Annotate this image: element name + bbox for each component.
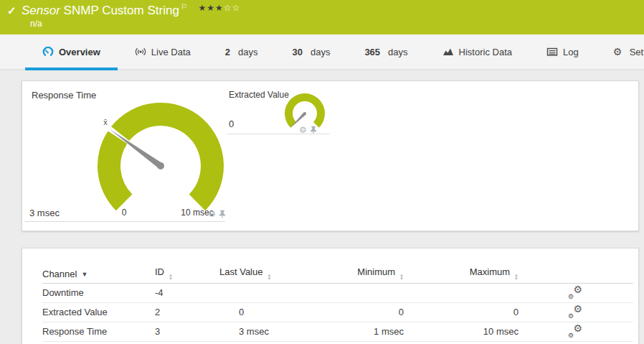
tab-label: days (388, 47, 407, 57)
column-header-id[interactable]: ID▲▼ (155, 265, 219, 283)
channel-settings-icon[interactable]: ⚙⚙ (568, 324, 584, 337)
gauge-settings-gear-icon[interactable]: ⚙ (208, 210, 216, 218)
tab-log[interactable]: Log (529, 34, 596, 69)
tab-label: Log (563, 47, 579, 57)
star-empty-icon[interactable]: ☆ (232, 3, 241, 13)
tab-2-days[interactable]: 2 days (208, 34, 275, 69)
tab-label: Overview (59, 47, 100, 57)
sensor-header: ✓ Sensor SNMP Custom String⚐ ★★★☆☆ n/a (0, 0, 644, 34)
star-empty-icon[interactable]: ☆ (224, 3, 232, 13)
page-title: Sensor SNMP Custom String⚐ ★★★☆☆ (22, 2, 240, 18)
widget-divider (24, 221, 225, 222)
log-icon (546, 46, 558, 57)
sensor-status: n/a (30, 19, 42, 29)
star-filled-icon[interactable]: ★ (215, 3, 224, 13)
tab-settings[interactable]: ⚙ Settings (596, 34, 644, 69)
tab-365-days[interactable]: 365 days (347, 34, 425, 69)
check-icon: ✓ (7, 4, 16, 17)
cell-minimum (327, 283, 404, 302)
star-filled-icon[interactable]: ★ (207, 3, 215, 13)
gauge-icon (42, 46, 54, 57)
column-header-last-value[interactable]: Last Value▲▼ (219, 265, 327, 283)
tab-historic-data[interactable]: Historic Data (425, 34, 529, 69)
cell-last-value: 3 msec (219, 322, 327, 341)
gauges-panel: Response Time x̄ 0 10 msec 3 msec ⚙ Ex (22, 80, 639, 231)
tab-number: 365 (364, 47, 380, 57)
column-header-actions (518, 265, 633, 283)
gauge-pin-icon[interactable] (219, 210, 226, 218)
flag-icon[interactable]: ⚐ (181, 2, 188, 11)
cell-maximum (404, 283, 518, 302)
tab-label: days (311, 47, 330, 57)
tab-overview[interactable]: Overview (25, 34, 118, 69)
area-chart-icon (442, 46, 454, 57)
tab-label: Live Data (151, 47, 191, 57)
cell-id: 3 (155, 322, 219, 341)
table-row[interactable]: Extracted Value 2 0 0 0 ⚙⚙ (42, 302, 633, 322)
tab-label: Historic Data (459, 47, 512, 57)
cell-id: -4 (155, 283, 219, 302)
cell-minimum: 0 (327, 302, 404, 322)
cell-channel: Extracted Value (42, 302, 155, 322)
column-header-channel[interactable]: Channel▼ (42, 265, 155, 283)
sort-desc-icon: ▼ (81, 271, 87, 278)
column-header-maximum[interactable]: Maximum▲▼ (404, 265, 518, 283)
gauge-current-value: 0 (229, 118, 234, 129)
live-data-icon (135, 46, 146, 57)
tab-label: days (238, 47, 257, 57)
cell-channel: Downtime (42, 283, 155, 302)
column-header-minimum[interactable]: Minimum▲▼ (327, 265, 404, 283)
cell-maximum: 10 msec (404, 322, 518, 341)
tab-label: Settings (630, 47, 644, 57)
tab-bar: Overview Live Data 2 days 30 days 365 da… (0, 34, 644, 70)
cell-maximum: 0 (404, 302, 518, 322)
gauge-current-value: 3 msec (29, 208, 60, 218)
table-row[interactable]: Response Time 3 3 msec 1 msec 10 msec ⚙⚙ (42, 322, 633, 341)
table-row[interactable]: Downtime -4 ⚙⚙ (42, 283, 633, 302)
channel-settings-icon[interactable]: ⚙⚙ (568, 285, 584, 298)
channel-settings-icon[interactable]: ⚙⚙ (568, 305, 584, 317)
priority-stars[interactable]: ★★★☆☆ (198, 3, 240, 13)
response-time-gauge-widget: Response Time x̄ 0 10 msec 3 msec ⚙ (26, 81, 230, 228)
tab-number: 2 (225, 47, 230, 57)
sensor-kind-label: Sensor (22, 4, 60, 17)
cell-last-value (219, 283, 327, 302)
tab-live-data[interactable]: Live Data (118, 34, 208, 69)
extracted-value-gauge-widget: Extracted Value 0 ⚙ (227, 81, 335, 228)
gauge-scale-min: 0 (122, 208, 127, 218)
gear-icon: ⚙ (613, 46, 625, 57)
table-header-row: Channel▼ ID▲▼ Last Value▲▼ Minimum▲▼ Max… (42, 265, 633, 283)
gauge-mean-marker: x̄ (103, 118, 108, 126)
sort-icon: ▲▼ (267, 274, 271, 281)
cell-id: 2 (155, 302, 219, 322)
tab-30-days[interactable]: 30 days (275, 34, 347, 69)
sensor-name: SNMP Custom String (64, 4, 179, 17)
channels-table: Channel▼ ID▲▼ Last Value▲▼ Minimum▲▼ Max… (42, 265, 633, 342)
cell-channel: Response Time (42, 322, 155, 341)
channels-panel: Channel▼ ID▲▼ Last Value▲▼ Minimum▲▼ Max… (22, 248, 639, 344)
cell-minimum: 1 msec (327, 322, 404, 341)
sort-icon: ▲▼ (399, 274, 404, 281)
sort-icon: ▲▼ (169, 274, 173, 281)
sort-icon: ▲▼ (514, 274, 518, 281)
star-filled-icon[interactable]: ★ (198, 3, 207, 13)
tab-number: 30 (292, 47, 302, 57)
widget-divider (227, 134, 329, 134)
response-time-gauge: x̄ 0 10 msec (26, 81, 230, 228)
cell-last-value: 0 (219, 302, 327, 322)
